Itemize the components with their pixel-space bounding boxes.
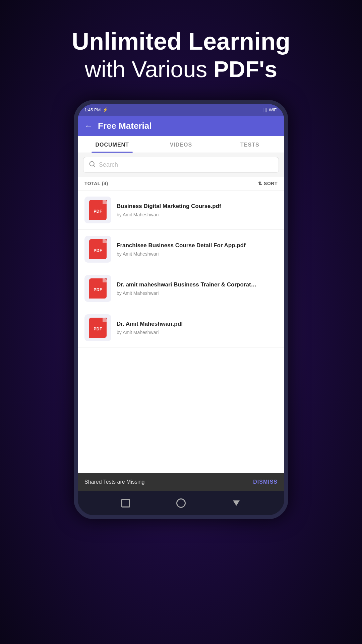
- snackbar-message: Shared Tests are Missing: [84, 479, 144, 485]
- search-placeholder: Search: [99, 161, 118, 168]
- tab-videos[interactable]: VIDEOS: [146, 136, 215, 153]
- page-title: Free Material: [98, 121, 152, 131]
- bottom-nav: [78, 491, 284, 515]
- list-item[interactable]: PDF Franchisee Business Course Detail Fo…: [78, 230, 284, 269]
- triangle-icon: [233, 500, 240, 506]
- tab-document[interactable]: DOCUMENT: [78, 136, 146, 153]
- pdf-icon: PDF: [89, 239, 107, 259]
- total-count: TOTAL (4): [84, 181, 108, 186]
- svg-line-1: [94, 165, 95, 167]
- total-bar: TOTAL (4) ⇅ SORT: [78, 177, 284, 191]
- doc-author: by Amit Maheshwari: [117, 290, 278, 296]
- pdf-icon-wrapper: PDF: [84, 197, 111, 223]
- list-item[interactable]: PDF Dr. Amit Maheshwari.pdf by Amit Mahe…: [78, 308, 284, 347]
- doc-title: Dr. Amit Maheshwari.pdf: [117, 320, 278, 328]
- pdf-icon-wrapper: PDF: [84, 314, 111, 341]
- status-right: ||| WiFi: [263, 107, 278, 112]
- status-bar: 1:45 PM ⚡ ||| WiFi: [78, 104, 284, 116]
- tabs-bar: DOCUMENT VIDEOS TESTS: [78, 136, 284, 153]
- sort-button[interactable]: ⇅ SORT: [258, 181, 278, 186]
- snackbar: Shared Tests are Missing DISMISS: [78, 473, 284, 491]
- top-bar: ← Free Material: [78, 116, 284, 136]
- pdf-icon: PDF: [89, 318, 107, 338]
- search-bar[interactable]: Search: [83, 157, 279, 173]
- search-icon: [89, 161, 96, 169]
- tab-tests[interactable]: TESTS: [216, 136, 284, 153]
- back-button[interactable]: ←: [84, 121, 93, 130]
- doc-info: Dr. amit maheshwari Business Trainer & C…: [117, 281, 278, 296]
- list-item[interactable]: PDF Business Digital Marketing Course.pd…: [78, 191, 284, 230]
- document-list: PDF Business Digital Marketing Course.pd…: [78, 191, 284, 473]
- list-item[interactable]: PDF Dr. amit maheshwari Business Trainer…: [78, 269, 284, 308]
- doc-title: Franchisee Business Course Detail For Ap…: [117, 242, 278, 249]
- doc-title: Business Digital Marketing Course.pdf: [117, 203, 278, 210]
- search-container: Search: [78, 153, 284, 177]
- doc-info: Franchisee Business Course Detail For Ap…: [117, 242, 278, 257]
- hero-section: Unlimited Learning with Various PDF's: [72, 27, 290, 83]
- doc-info: Business Digital Marketing Course.pdf by…: [117, 203, 278, 217]
- square-icon: [121, 499, 130, 507]
- nav-back-button[interactable]: [230, 497, 242, 509]
- pdf-icon-wrapper: PDF: [84, 236, 111, 263]
- doc-info: Dr. Amit Maheshwari.pdf by Amit Maheshwa…: [117, 320, 278, 335]
- pdf-icon-wrapper: PDF: [84, 275, 111, 302]
- dismiss-button[interactable]: DISMISS: [253, 479, 278, 485]
- circle-icon: [176, 498, 186, 508]
- phone-frame: 1:45 PM ⚡ ||| WiFi ← Free Material DOCUM…: [74, 100, 288, 519]
- doc-author: by Amit Maheshwari: [117, 330, 278, 335]
- nav-home-button[interactable]: [120, 497, 132, 509]
- hero-line2: with Various PDF's: [72, 56, 290, 83]
- status-left: 1:45 PM ⚡: [84, 107, 108, 112]
- pdf-icon: PDF: [89, 200, 107, 220]
- doc-title: Dr. amit maheshwari Business Trainer & C…: [117, 281, 278, 288]
- nav-middle-button[interactable]: [175, 497, 187, 509]
- doc-author: by Amit Maheshwari: [117, 251, 278, 257]
- pdf-icon: PDF: [89, 278, 107, 299]
- hero-line1: Unlimited Learning: [72, 27, 290, 56]
- doc-author: by Amit Maheshwari: [117, 212, 278, 217]
